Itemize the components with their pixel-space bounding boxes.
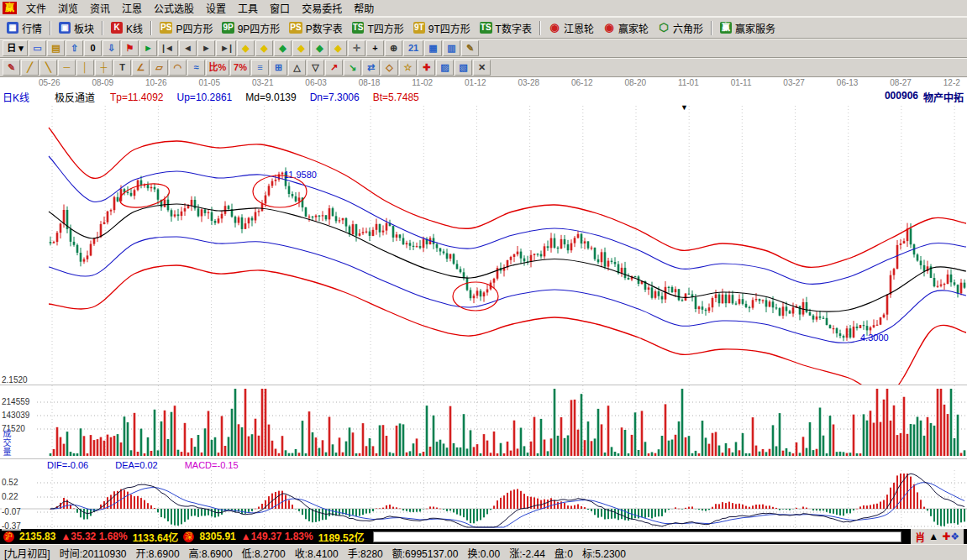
tool-icon[interactable]: ▨ — [436, 60, 454, 76]
tool-icon[interactable]: ◄ — [179, 40, 197, 56]
tool-icon[interactable]: ◆ — [255, 40, 273, 56]
ticker-right-label[interactable]: 肖 — [915, 530, 925, 544]
toolbar-main-button[interactable]: 赢赢家服务 — [716, 18, 780, 37]
tool-icon[interactable]: ►| — [216, 40, 236, 56]
tool-icon[interactable]: ─ — [58, 60, 76, 76]
toolbar-main-button[interactable]: KK线 — [107, 18, 147, 37]
toolbar-main-button[interactable]: ▣板块 — [55, 18, 98, 37]
tool-icon[interactable]: ✎ — [461, 40, 479, 56]
tool-icon[interactable]: ✚ — [418, 60, 435, 76]
toolbar-main-button[interactable]: PSP数字表 — [285, 18, 346, 37]
stock-label: 000906 物产中拓 — [885, 90, 964, 104]
tool-icon[interactable]: ↘ — [344, 60, 361, 76]
tool-icon[interactable]: ▱ — [150, 60, 168, 76]
tool-icon[interactable]: ╱ — [21, 60, 39, 76]
tool-icon[interactable]: ⇩ — [102, 40, 120, 56]
main-chart-canvas[interactable]: 11.95804.3000 — [0, 106, 967, 385]
menu-item[interactable]: 公式选股 — [148, 0, 200, 17]
tool-icon[interactable]: 0 — [84, 40, 102, 56]
menu-item[interactable]: 帮助 — [348, 0, 380, 17]
toolbar-main-button[interactable]: ▦行情 — [3, 18, 46, 37]
chart-marker-triangle: ▼ — [681, 103, 688, 112]
tool-icon[interactable]: |◄ — [158, 40, 178, 56]
toolbar-main-button[interactable]: 9T9T四方形 — [409, 18, 475, 37]
tool-icon[interactable]: T — [113, 60, 131, 76]
tool-icon[interactable]: ┼ — [95, 60, 113, 76]
menu-item[interactable]: 工具 — [232, 0, 264, 17]
tool-icon[interactable]: ↗ — [325, 60, 343, 76]
tool-icon[interactable]: ⇧ — [66, 40, 83, 56]
main-chart-pane[interactable]: 11.95804.3000 ▼ 2.1520 — [0, 106, 967, 385]
date-tick-label: 01-05 — [198, 78, 220, 87]
tool-icon[interactable]: ◆ — [292, 40, 310, 56]
menu-item[interactable]: 设置 — [200, 0, 232, 17]
macd-header: DIF=-0.06DEA=0.02MACD=-0.15 — [0, 458, 967, 470]
volume-chart-canvas[interactable] — [0, 385, 967, 459]
tool-icon[interactable]: ▽ — [307, 60, 324, 76]
toolbar-main-button[interactable]: TST四方形 — [348, 18, 408, 37]
chart-header: 日K线 极反通道 Tp=11.4092Up=10.2861Md=9.0139Dn… — [0, 88, 967, 106]
tool-icon[interactable]: ✎ — [3, 60, 20, 76]
tool-icon[interactable]: ⚑ — [121, 40, 139, 56]
tool-icon[interactable]: ⊕ — [385, 40, 402, 56]
tray-icon[interactable]: ❖ — [950, 531, 959, 542]
tool-icon[interactable]: △ — [288, 60, 306, 76]
menu-item[interactable]: 浏览 — [52, 0, 84, 17]
toolbar-main-button[interactable]: PSP四方形 — [155, 18, 217, 37]
tool-icon[interactable]: ▤ — [47, 40, 65, 56]
tool-icon[interactable]: ◈ — [329, 40, 347, 56]
macd-chart-canvas[interactable] — [0, 470, 967, 529]
tool-icon[interactable]: ◆ — [274, 40, 292, 56]
toolbar-main-icon: 赢 — [720, 22, 732, 34]
macd-pane[interactable]: 0.520.22-0.07-0.37 — [0, 470, 967, 529]
tool-icon[interactable]: ▦ — [424, 40, 442, 56]
tool-icon[interactable]: ╲ — [39, 60, 57, 76]
tool-icon[interactable]: ✕ — [473, 60, 491, 76]
tool-icon[interactable]: ▥ — [443, 40, 460, 56]
tool-icon[interactable]: │ — [76, 60, 94, 76]
toolbar-separator — [711, 21, 712, 35]
tool-icon[interactable]: + — [366, 40, 384, 56]
menu-item[interactable]: 窗口 — [264, 0, 296, 17]
tool-icon[interactable]: 日 ▾ — [3, 40, 28, 56]
tool-icon[interactable]: 比% — [206, 60, 229, 76]
tool-icon[interactable]: ◠ — [169, 60, 187, 76]
tool-icon[interactable]: ⇄ — [362, 60, 380, 76]
tool-icon[interactable]: ⊞ — [270, 60, 287, 76]
tool-icon[interactable]: ► — [139, 40, 157, 56]
toolbar-main-label: 六角形 — [673, 21, 703, 35]
toolbar-main-button[interactable]: 9P9P四方形 — [218, 18, 284, 37]
tool-icon[interactable]: 21 — [403, 40, 423, 56]
tool-icon[interactable]: ≈ — [187, 60, 205, 76]
index-ticker-bar: 沪 2135.83 ▲35.32 1.68% 1133.64亿 深 8305.9… — [0, 529, 967, 544]
tool-icon[interactable]: ∠ — [132, 60, 150, 76]
tool-icon[interactable]: ◆ — [237, 40, 255, 56]
scroll-up-icon[interactable]: ▲ — [928, 531, 938, 542]
toolbar-main-icon: 9P — [222, 22, 234, 34]
tool-icon[interactable]: ▧ — [455, 60, 472, 76]
volume-pane-side-label: 成交量 — [0, 429, 13, 457]
toolbar-main-button[interactable]: ◉赢家轮 — [599, 18, 653, 37]
menu-item[interactable]: 交易委托 — [296, 0, 348, 17]
tool-icon[interactable]: ► — [197, 40, 215, 56]
indicator-value: Up=10.2861 — [177, 92, 233, 103]
status-item: 标:5.2300 — [582, 546, 626, 560]
tool-icon[interactable]: ◇ — [381, 60, 398, 76]
tool-icon[interactable]: ✛ — [348, 40, 365, 56]
tool-icon[interactable]: ◆ — [311, 40, 328, 56]
tray-icon[interactable]: ✚ — [942, 531, 950, 542]
volume-pane[interactable]: 21455914303971520 成交量 — [0, 385, 967, 458]
tool-icon[interactable]: 7% — [230, 60, 250, 76]
tool-icon[interactable]: ☆ — [399, 60, 417, 76]
toolbar-main-button[interactable]: TST数字表 — [476, 18, 536, 37]
command-input[interactable] — [373, 531, 901, 542]
tool-icon[interactable]: ≡ — [251, 60, 269, 76]
tool-icon[interactable]: ▭ — [29, 40, 46, 56]
sh-index-icon: 沪 — [3, 531, 14, 542]
menu-item[interactable]: 文件 — [20, 0, 52, 17]
toolbar-main-icon: TS — [480, 22, 492, 34]
menu-item[interactable]: 江恩 — [116, 0, 148, 17]
toolbar-main-button[interactable]: ◉江恩轮 — [544, 18, 598, 37]
menu-item[interactable]: 资讯 — [84, 0, 116, 17]
toolbar-main-button[interactable]: ⬡六角形 — [654, 18, 707, 37]
